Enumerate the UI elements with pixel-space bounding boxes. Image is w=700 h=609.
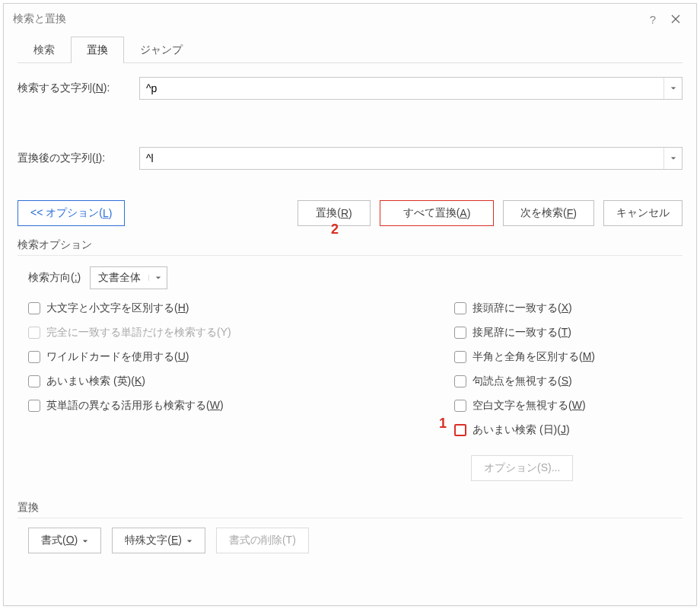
replace-dropdown[interactable] [663,148,682,169]
replace-input[interactable] [140,148,663,169]
check-prefix[interactable]: 接頭辞に一致する(X) [454,301,682,315]
chevron-down-icon [155,275,161,281]
find-replace-dialog: 検索と置換 ? 検索 置換 ジャンプ 検索する文字列(N): 置換後の文字列(I… [3,3,697,606]
direction-row: 検索方向(:) 文書全体 [28,266,682,289]
find-input[interactable] [140,78,663,99]
check-fuzzy-jp[interactable]: あいまい検索 (日)(J) [454,423,682,437]
caret-down-icon [82,534,88,547]
options-button[interactable]: << オプション(L) [18,200,125,226]
checks-left: 大文字と小文字を区別する(H) 完全に一致する単語だけを検索する(Y) ワイルド… [28,301,454,481]
dialog-title: 検索と置換 [13,12,66,26]
tab-jump[interactable]: ジャンプ [124,37,199,63]
check-ignore-space[interactable]: 空白文字を無視する(W) [454,399,682,413]
fuzzy-options-button: オプション(S)... [471,455,573,481]
direction-select[interactable]: 文書全体 [90,266,167,289]
titlebar: 検索と置換 ? [4,4,696,34]
no-formatting-button: 書式の削除(T) [216,528,309,553]
caret-down-icon [186,534,192,547]
tab-search[interactable]: 検索 [18,37,71,63]
check-word-forms[interactable]: 英単語の異なる活用形も検索する(W) [28,399,454,413]
chevron-down-icon [670,155,676,161]
chevron-down-icon [670,85,676,91]
check-match-case[interactable]: 大文字と小文字を区別する(H) [28,301,454,315]
direction-value: 文書全体 [91,271,148,285]
find-row: 検索する文字列(N): [18,77,682,100]
check-whole-word: 完全に一致する単語だけを検索する(Y) [28,326,454,340]
find-next-button[interactable]: 次を検索(F) [503,200,594,226]
main-button-row: << オプション(L) 置換(R) すべて置換(A) 次を検索(F) キャンセル [18,200,682,226]
replace-combo[interactable] [139,147,682,170]
annotation-2: 2 [331,222,339,238]
check-width[interactable]: 半角と全角を区別する(M) [454,350,682,364]
tab-bar: 検索 置換 ジャンプ [18,36,682,63]
replace-section-heading: 置換 [18,501,682,518]
check-suffix[interactable]: 接尾辞に一致する(T) [454,326,682,340]
search-options-heading: 検索オプション [18,238,682,256]
check-fuzzy-en[interactable]: あいまい検索 (英)(K) [28,375,454,388]
tab-replace[interactable]: 置換 [71,37,124,63]
annotation-1: 1 [439,416,447,432]
replace-row: 置換後の文字列(I): [18,147,682,170]
help-button[interactable]: ? [641,8,664,30]
close-icon [671,14,680,24]
close-button[interactable] [664,8,687,30]
find-combo[interactable] [139,77,682,100]
check-wildcards[interactable]: ワイルドカードを使用する(U) [28,350,454,364]
replace-all-button[interactable]: すべて置換(A) [380,200,494,226]
cancel-button[interactable]: キャンセル [603,200,682,226]
checkbox-area: 大文字と小文字を区別する(H) 完全に一致する単語だけを検索する(Y) ワイルド… [28,301,682,481]
direction-label: 検索方向(:) [28,271,81,285]
format-button[interactable]: 書式(O) [28,528,101,553]
replace-buttons: 書式(O) 特殊文字(E) 書式の削除(T) [28,528,682,553]
checks-right: 接頭辞に一致する(X) 接尾辞に一致する(T) 半角と全角を区別する(M) 句読… [454,301,682,481]
find-label: 検索する文字列(N): [18,81,139,95]
replace-label: 置換後の文字列(I): [18,151,139,165]
direction-dropdown[interactable] [148,275,167,281]
check-ignore-punct[interactable]: 句読点を無視する(S) [454,375,682,388]
find-dropdown[interactable] [663,78,682,99]
special-button[interactable]: 特殊文字(E) [112,528,205,553]
